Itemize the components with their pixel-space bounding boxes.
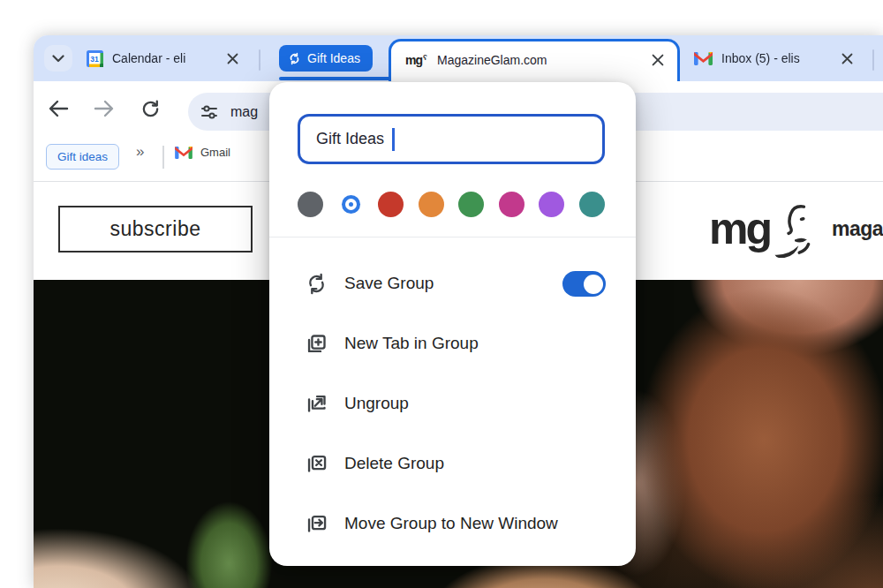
menu-item-ungroup[interactable]: Ungroup — [269, 373, 636, 433]
tab-magazineglam-active[interactable]: mgʕ MagazineGlam.com — [389, 39, 680, 81]
bookmark-separator — [162, 146, 164, 169]
gmail-icon — [694, 51, 713, 65]
menu-item-new-tab-in-group[interactable]: New Tab in Group — [269, 313, 636, 373]
color-swatch-teal[interactable] — [579, 192, 605, 217]
menu-item-delete-group[interactable]: Delete Group — [269, 433, 636, 494]
new-tab-in-group-icon — [305, 332, 328, 356]
google-calendar-icon: 31 — [87, 50, 103, 67]
close-tab-icon[interactable] — [838, 49, 856, 67]
close-tab-icon[interactable] — [223, 49, 241, 67]
tab-separator — [872, 49, 874, 71]
address-text: mag — [230, 104, 258, 120]
save-group-toggle-on[interactable] — [562, 271, 606, 297]
site-logo: mg magazin — [709, 200, 883, 258]
tab-group-chip-gift-ideas[interactable]: Gift Ideas — [279, 45, 373, 72]
tune-icon — [200, 104, 218, 120]
menu-item-move-group-to-new-window[interactable]: Move Group to New Window — [269, 494, 636, 554]
bookmark-gift-ideas-chip[interactable]: Gift ideas — [46, 144, 119, 170]
menu-label: Ungroup — [344, 394, 409, 413]
delete-group-icon — [305, 452, 328, 476]
color-swatch-purple[interactable] — [539, 192, 564, 217]
group-color-picker — [298, 191, 605, 217]
forward-button[interactable] — [92, 96, 117, 121]
menu-label: New Tab in Group — [344, 334, 479, 353]
menu-label: Move Group to New Window — [344, 514, 558, 533]
menu-label: Delete Group — [344, 454, 444, 473]
color-swatch-red[interactable] — [378, 192, 404, 217]
group-name-value: Gift Ideas — [316, 130, 384, 148]
color-swatch-orange[interactable] — [419, 192, 444, 217]
bookmark-label: Gmail — [200, 146, 230, 159]
bookmark-gmail[interactable]: Gmail — [175, 146, 230, 159]
saved-group-sync-icon — [288, 52, 301, 65]
tab-inbox[interactable]: Inbox (5) - elis — [694, 41, 867, 76]
reload-button[interactable] — [138, 96, 162, 121]
sync-icon — [305, 272, 328, 296]
logo-mg-text: mg — [709, 207, 770, 251]
popup-divider — [269, 237, 636, 237]
back-button[interactable] — [46, 96, 71, 121]
group-name-input[interactable]: Gift Ideas — [298, 114, 605, 164]
tab-title: Inbox (5) - elis — [721, 51, 829, 65]
svg-text:31: 31 — [90, 54, 99, 63]
tab-group-chip-label: Gift Ideas — [307, 51, 360, 65]
logo-wordmark: magazin — [832, 217, 883, 241]
color-swatch-blue[interactable] — [338, 192, 364, 217]
bookmark-overflow-chevrons[interactable]: » — [136, 143, 144, 161]
tab-separator — [259, 49, 260, 71]
close-tab-icon[interactable] — [649, 51, 667, 69]
tab-search-button[interactable] — [44, 45, 72, 72]
chevron-down-icon — [52, 55, 64, 63]
tab-strip: 31 Calendar - eli Gift Ideas mgʕ Magazin… — [34, 35, 883, 81]
subscribe-button[interactable]: subscribe — [58, 206, 253, 253]
ungroup-icon — [305, 392, 328, 416]
color-swatch-pink[interactable] — [499, 192, 525, 217]
move-group-icon — [305, 512, 328, 536]
toggle-knob — [584, 275, 603, 294]
logo-face-icon — [772, 203, 818, 258]
gmail-icon — [175, 146, 192, 159]
tab-title: MagazineGlam.com — [437, 53, 640, 67]
tab-title: Calendar - eli — [112, 51, 215, 65]
tab-calendar[interactable]: 31 Calendar - eli — [87, 41, 260, 76]
group-menu: Save Group New Tab in Group Ungroup — [269, 253, 636, 554]
text-caret — [392, 128, 395, 151]
menu-label: Save Group — [344, 274, 434, 293]
mg-favicon: mgʕ — [405, 53, 426, 67]
color-swatch-grey[interactable] — [298, 192, 323, 217]
menu-item-save-group[interactable]: Save Group — [269, 253, 636, 313]
tab-group-editor-popup: Gift Ideas Save Group — [269, 82, 636, 566]
tab-group-underline — [279, 77, 394, 80]
color-swatch-green[interactable] — [458, 192, 484, 217]
